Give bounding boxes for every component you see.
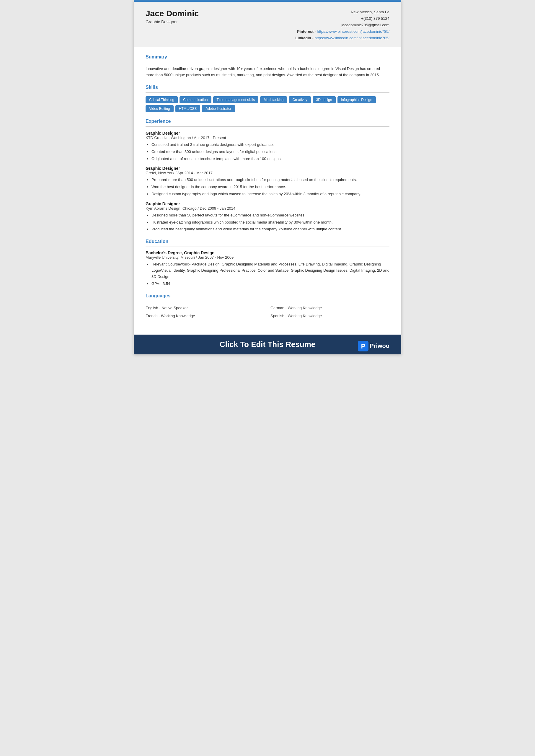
job-bullets-3: Designed more than 50 perfect layouts fo…: [152, 212, 389, 233]
pinterest-separator: -: [314, 29, 317, 34]
skill-badge-adobe-illustrator: Adobe Illustrator: [202, 105, 235, 112]
job-title-2: Graphic Designer: [146, 166, 389, 171]
resume-header: Jace Dominic Graphic Designer New Mexico…: [134, 2, 401, 47]
job-title-3: Graphic Designer: [146, 201, 389, 206]
resume-page: Jace Dominic Graphic Designer New Mexico…: [134, 0, 401, 354]
svg-text:P: P: [361, 343, 366, 350]
summary-text: Innovative and deadline-driven graphic d…: [146, 66, 389, 78]
job-bullet: Prepared more than 500 unique illustrati…: [152, 177, 389, 183]
languages-grid: English - Native Speaker German - Workin…: [146, 305, 389, 319]
contact-location: New Mexico, Santa Fe: [295, 9, 389, 15]
job-bullet: Won the best designer in the company awa…: [152, 184, 389, 190]
experience-title: Experience: [146, 119, 389, 124]
job-bullet: Designed custom typography and logo whic…: [152, 191, 389, 197]
job-bullet: Produced the best quality animations and…: [152, 226, 389, 233]
education-section: Education Bachelor's Degree, Graphic Des…: [146, 239, 389, 287]
footer-cta[interactable]: Click To Edit This Resume P Priwoo: [134, 335, 401, 354]
edu-bullet: Relevant Coursework:- Package Design, Gr…: [152, 261, 389, 280]
skills-title: Skills: [146, 85, 389, 90]
job-bullet: Originated a set of reusable brochure te…: [152, 156, 389, 162]
contact-pinterest: Pinterest - https://www.pinterest.com/ja…: [295, 28, 389, 35]
job-bullet: Designed more than 50 perfect layouts fo…: [152, 212, 389, 218]
languages-section: Languages English - Native Speaker Germa…: [146, 293, 389, 319]
summary-section: Summary Innovative and deadline-driven g…: [146, 54, 389, 78]
linkedin-link[interactable]: https://www.linkedin.com/in/jacedominic7…: [315, 36, 389, 40]
skill-badge-communication: Communication: [180, 96, 211, 103]
linkedin-separator: -: [311, 36, 315, 40]
lang-german: German - Working Knowledge: [270, 305, 389, 311]
skill-badge-infographics: Infographics Design: [337, 96, 376, 103]
edu-bullets-1: Relevant Coursework:- Package Design, Gr…: [152, 261, 389, 287]
header-name-section: Jace Dominic Graphic Designer: [146, 9, 199, 24]
job-title-1: Graphic Designer: [146, 131, 389, 135]
linkedin-label: LinkedIn: [295, 36, 311, 40]
job-bullets-2: Prepared more than 500 unique illustrati…: [152, 177, 389, 197]
job-bullet: Created more than 300 unique designs and…: [152, 149, 389, 155]
candidate-title: Graphic Designer: [146, 19, 199, 24]
priwoo-logo: P Priwoo: [358, 341, 389, 351]
job-company-2: Gretel, New York / Apr 2014 - Mar 2017: [146, 171, 389, 175]
lang-spanish: Spanish - Working Knowledge: [270, 313, 389, 319]
skill-badge-creativity: Creativity: [289, 96, 311, 103]
contact-email: jacedominic785@gmail.com: [295, 22, 389, 28]
experience-divider: [146, 126, 389, 127]
header-contact-section: New Mexico, Santa Fe +(310) 879 5124 jac…: [295, 9, 389, 42]
skill-badge-critical-thinking: Critical Thinking: [146, 96, 178, 103]
priwoo-brand-name: Priwoo: [370, 343, 389, 350]
skill-badge-video-editing: Video Editing: [146, 105, 174, 112]
education-title: Education: [146, 239, 389, 244]
job-company-1: KTD Creative, Washington / Apr 2017 - Pr…: [146, 135, 389, 140]
candidate-name: Jace Dominic: [146, 9, 199, 18]
cta-text[interactable]: Click To Edit This Resume: [220, 340, 316, 349]
experience-section: Experience Graphic Designer KTD Creative…: [146, 119, 389, 233]
job-company-3: Kym Abrams Design, Chicago / Dec 2009 - …: [146, 206, 389, 210]
skill-badge-3d-design: 3D design: [313, 96, 336, 103]
edu-degree-1: Bachelor's Degree, Graphic Design: [146, 250, 389, 255]
pinterest-link[interactable]: https://www.pinterest.com/jacedominic785…: [317, 29, 389, 34]
skill-badge-multi-tasking: Multi-tasking: [260, 96, 287, 103]
skill-badge-time-management: Time-management skills: [213, 96, 259, 103]
job-bullet: Illustrated eye-catching infographics wh…: [152, 219, 389, 226]
resume-content: Summary Innovative and deadline-driven g…: [134, 47, 401, 334]
summary-title: Summary: [146, 54, 389, 60]
skill-badge-html-css: HTML/CSS: [175, 105, 201, 112]
priwoo-icon: P: [358, 341, 369, 351]
job-bullets-1: Consulted and trained 3 trainee graphic …: [152, 142, 389, 162]
skills-badges-container: Critical Thinking Communication Time-man…: [146, 96, 389, 112]
edu-school-1: Maryville University, Missouri / Jan 200…: [146, 255, 389, 260]
lang-french: French - Working Knowledge: [146, 313, 265, 319]
lang-english: English - Native Speaker: [146, 305, 265, 311]
job-bullet: Consulted and trained 3 trainee graphic …: [152, 142, 389, 148]
pinterest-label: Pinterest: [297, 29, 314, 34]
edu-bullet: GPA:- 3.54: [152, 281, 389, 287]
contact-linkedin: LinkedIn - https://www.linkedin.com/in/j…: [295, 35, 389, 42]
summary-divider: [146, 62, 389, 62]
contact-phone: +(310) 879 5124: [295, 15, 389, 22]
skills-section: Skills Critical Thinking Communication T…: [146, 85, 389, 112]
languages-title: Languages: [146, 293, 389, 298]
